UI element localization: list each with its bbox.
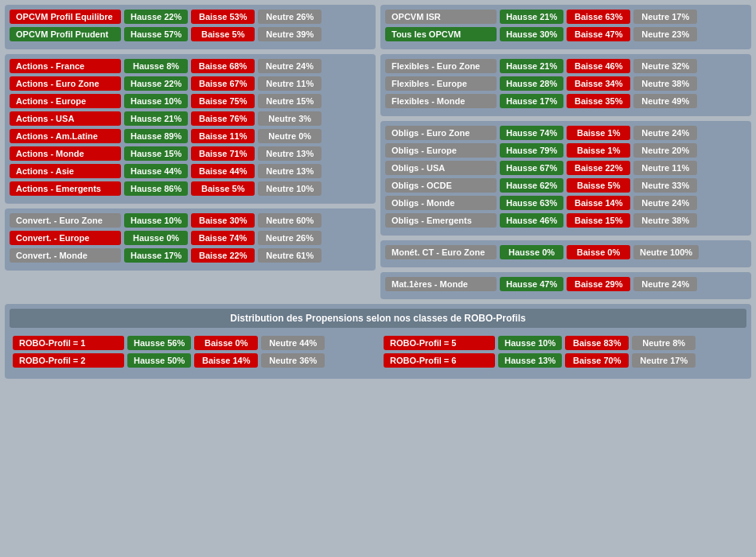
table-row: OPCVM Profil Equilibre Hausse 22% Baisse…: [10, 10, 371, 24]
neutre-stat: Neutre 39%: [258, 27, 321, 41]
neutre-stat: Neutre 15%: [258, 94, 321, 108]
hausse-stat: Hausse 22%: [124, 10, 188, 24]
opcvm-profil-prudent-label[interactable]: OPCVM Profil Prudent: [10, 27, 121, 41]
row-label[interactable]: ROBO-Profil = 6: [384, 353, 495, 368]
row-label[interactable]: Actions - Euro Zone: [10, 76, 121, 91]
table-row: Obligs - USAHausse 67%Baisse 22%Neutre 1…: [385, 161, 746, 175]
row-label[interactable]: Obligs - Euro Zone: [385, 126, 497, 140]
opcvm-profil-equilibre-label[interactable]: OPCVM Profil Equilibre: [10, 10, 121, 24]
neutre-stat: Neutre 38%: [633, 76, 697, 91]
neutre-stat: Neutre 11%: [258, 76, 321, 91]
tous-opcvm-label[interactable]: Tous les OPCVM: [385, 27, 497, 41]
table-row: OPCVM Profil Prudent Hausse 57% Baisse 5…: [10, 27, 371, 41]
convert-panel: Convert. - Euro ZoneHausse 10%Baisse 30%…: [5, 208, 376, 271]
table-row: Actions - EuropeHausse 10%Baisse 75%Neut…: [10, 94, 371, 108]
table-row: Actions - FranceHausse 8%Baisse 68%Neutr…: [10, 59, 371, 73]
baisse-stat: Baisse 1%: [567, 143, 630, 158]
row-label[interactable]: Actions - Europe: [10, 94, 121, 108]
neutre-stat: Neutre 3%: [258, 111, 321, 126]
row-label[interactable]: Flexibles - Europe: [385, 76, 497, 91]
neutre-stat: Neutre 49%: [633, 94, 697, 108]
table-row: Obligs - Euro ZoneHausse 74%Baisse 1%Neu…: [385, 126, 746, 140]
hausse-stat: Hausse 79%: [500, 143, 563, 158]
mat-panel: Mat.1ères - MondeHausse 47%Baisse 29%Neu…: [380, 272, 751, 299]
baisse-stat: Baisse 68%: [191, 59, 255, 73]
opcvm-isr-label[interactable]: OPCVM ISR: [385, 10, 497, 24]
hausse-stat: Hausse 21%: [124, 111, 188, 126]
hausse-stat: Hausse 15%: [124, 146, 188, 161]
row-label[interactable]: Actions - Emergents: [10, 181, 121, 196]
hausse-stat: Hausse 0%: [500, 245, 563, 259]
row-label[interactable]: Mat.1ères - Monde: [385, 277, 497, 291]
obligs-panel: Obligs - Euro ZoneHausse 74%Baisse 1%Neu…: [380, 121, 751, 236]
table-row: Obligs - MondeHausse 63%Baisse 14%Neutre…: [385, 196, 746, 210]
row-label[interactable]: Obligs - OCDE: [385, 178, 497, 193]
neutre-stat: Neutre 24%: [633, 196, 697, 210]
neutre-stat: Neutre 33%: [633, 178, 697, 193]
neutre-stat: Neutre 61%: [258, 248, 321, 263]
baisse-stat: Baisse 70%: [565, 353, 629, 368]
baisse-stat: Baisse 1%: [567, 126, 630, 140]
row-label[interactable]: Flexibles - Euro Zone: [385, 59, 497, 73]
hausse-stat: Hausse 17%: [500, 94, 563, 108]
hausse-stat: Hausse 74%: [500, 126, 563, 140]
hausse-stat: Hausse 30%: [500, 27, 563, 41]
hausse-stat: Hausse 13%: [498, 353, 562, 368]
row-label[interactable]: Actions - France: [10, 59, 121, 73]
row-label[interactable]: Convert. - Monde: [10, 248, 121, 263]
baisse-stat: Baisse 46%: [567, 59, 630, 73]
baisse-stat: Baisse 83%: [565, 336, 629, 350]
neutre-stat: Neutre 38%: [633, 213, 697, 228]
row-label[interactable]: Convert. - Euro Zone: [10, 213, 121, 228]
baisse-stat: Baisse 11%: [191, 129, 255, 143]
row-label[interactable]: Obligs - USA: [385, 161, 497, 175]
neutre-stat: Neutre 23%: [633, 27, 697, 41]
baisse-stat: Baisse 53%: [191, 10, 255, 24]
hausse-stat: Hausse 46%: [500, 213, 563, 228]
table-row: Obligs - OCDEHausse 62%Baisse 5%Neutre 3…: [385, 178, 746, 193]
baisse-stat: Baisse 5%: [191, 27, 255, 41]
baisse-stat: Baisse 44%: [191, 164, 255, 178]
table-row: Tous les OPCVM Hausse 30% Baisse 47% Neu…: [385, 27, 746, 41]
row-label[interactable]: Actions - Monde: [10, 146, 121, 161]
neutre-stat: Neutre 10%: [258, 181, 321, 196]
flexibles-panel: Flexibles - Euro ZoneHausse 21%Baisse 46…: [380, 54, 751, 116]
neutre-stat: Neutre 36%: [261, 353, 325, 368]
row-label[interactable]: Obligs - Monde: [385, 196, 497, 210]
row-label[interactable]: Convert. - Europe: [10, 231, 121, 245]
row-label[interactable]: ROBO-Profil = 1: [13, 336, 124, 350]
opcvm-left-panel: OPCVM Profil Equilibre Hausse 22% Baisse…: [5, 5, 376, 49]
baisse-stat: Baisse 30%: [191, 213, 255, 228]
baisse-stat: Baisse 34%: [567, 76, 630, 91]
row-label[interactable]: Obligs - Emergents: [385, 213, 497, 228]
neutre-stat: Neutre 17%: [632, 353, 696, 368]
baisse-stat: Baisse 75%: [191, 94, 255, 108]
neutre-stat: Neutre 20%: [633, 143, 697, 158]
opcvm-top-row: OPCVM Profil Equilibre Hausse 22% Baisse…: [5, 5, 751, 49]
table-row: Obligs - EmergentsHausse 46%Baisse 15%Ne…: [385, 213, 746, 228]
row-label[interactable]: Actions - USA: [10, 111, 121, 126]
row-label[interactable]: Actions - Asie: [10, 164, 121, 178]
hausse-stat: Hausse 47%: [500, 277, 563, 291]
hausse-stat: Hausse 10%: [498, 336, 562, 350]
row-label[interactable]: ROBO-Profil = 2: [13, 353, 124, 368]
baisse-stat: Baisse 71%: [191, 146, 255, 161]
hausse-stat: Hausse 22%: [124, 76, 188, 91]
row-label[interactable]: Obligs - Europe: [385, 143, 497, 158]
baisse-stat: Baisse 22%: [191, 248, 255, 263]
row-label[interactable]: Flexibles - Monde: [385, 94, 497, 108]
table-row: Convert. - EuropeHausse 0%Baisse 74%Neut…: [10, 231, 371, 245]
distribution-section: Distribution des Propensions selon nos c…: [5, 304, 751, 379]
table-row: ROBO-Profil = 1Hausse 56%Baisse 0%Neutre…: [13, 336, 372, 350]
row-label[interactable]: ROBO-Profil = 5: [384, 336, 495, 350]
baisse-stat: Baisse 35%: [567, 94, 630, 108]
baisse-stat: Baisse 0%: [194, 336, 258, 350]
row-label[interactable]: Monét. CT - Euro Zone: [385, 245, 497, 259]
hausse-stat: Hausse 67%: [500, 161, 563, 175]
table-row: Monét. CT - Euro ZoneHausse 0%Baisse 0%N…: [385, 245, 746, 259]
hausse-stat: Hausse 10%: [124, 94, 188, 108]
row-label[interactable]: Actions - Am.Latine: [10, 129, 121, 143]
table-row: Convert. - Euro ZoneHausse 10%Baisse 30%…: [10, 213, 371, 228]
baisse-stat: Baisse 74%: [191, 231, 255, 245]
table-row: Flexibles - EuropeHausse 28%Baisse 34%Ne…: [385, 76, 746, 91]
